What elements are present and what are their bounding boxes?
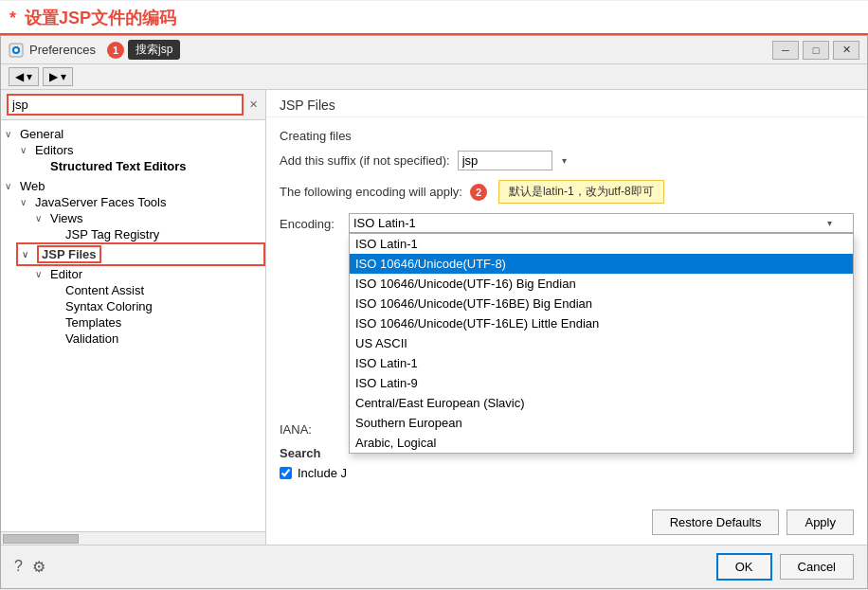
toggle-editor: ∨ [35,269,50,279]
dropdown-option-7[interactable]: ISO Latin-9 [350,373,853,393]
encoding-label: Encoding: [280,213,341,231]
tree-row-validation[interactable]: Validation [46,331,265,347]
tree-children-jsf: ∨ Views JSP Tag Registry [31,210,265,242]
content-action-buttons: Restore Defaults Apply [652,510,854,535]
tree-label-syntax-coloring: Syntax Coloring [65,299,153,313]
tree-children-jsp-files: ∨ Editor Content Assist [31,266,265,347]
forward-icon: ▶ [49,70,58,83]
ok-button[interactable]: OK [716,553,772,581]
toggle-jsf-tools: ∨ [20,197,35,207]
close-button[interactable]: ✕ [833,41,859,60]
dialog-title-area: Preferences 1 搜索jsp [9,40,180,60]
tree-row-jsp-tag-registry[interactable]: JSP Tag Registry [46,226,265,242]
tree-row-structured-text-editors[interactable]: Structured Text Editors [31,158,265,174]
encoding-dropdown-list: ISO Latin-1 ISO 10646/Unicode(UTF-8) ISO… [349,233,854,454]
tree-label-jsp-files: JSP Files [37,245,101,263]
include-label: Include J [298,466,347,480]
tree-row-web[interactable]: ∨ Web [1,178,265,194]
back-dropdown-icon: ▾ [27,70,32,83]
tree-row-syntax-coloring[interactable]: Syntax Coloring [46,298,265,314]
suffix-input[interactable] [458,151,552,170]
dropdown-option-6[interactable]: ISO Latin-1 [350,353,853,373]
tree-children-general: ∨ Editors Structured Text Editors [16,142,265,174]
dropdown-option-5[interactable]: US ASCII [350,333,853,353]
tree-label-jsf-tools: JavaServer Faces Tools [35,195,167,209]
tree-item-web: ∨ Web ∨ JavaServer Faces Tools ∨ [1,176,265,349]
title-star: * [9,9,21,27]
encoding-selected-value: ISO Latin-1 [353,216,416,230]
toggle-views: ∨ [35,213,50,223]
dialog-footer: ? ⚙ OK Cancel [1,545,867,588]
dialog-titlebar: Preferences 1 搜索jsp ─ □ ✕ [1,36,867,64]
tree-label-structured-text-editors: Structured Text Editors [50,159,187,173]
toggle-editors: ∨ [20,145,35,155]
search-badge: 1 [107,42,124,59]
dropdown-option-9[interactable]: Southern European [350,413,853,433]
restore-defaults-button[interactable]: Restore Defaults [652,510,780,535]
content-header: JSP Files [266,90,867,117]
tree-label-editor: Editor [50,267,82,281]
tree-row-general[interactable]: ∨ General [1,126,265,142]
dropdown-option-4[interactable]: ISO 10646/Unicode(UTF-16LE) Little Endia… [350,313,853,333]
encoding-description: The following encoding will apply: [280,185,462,199]
suffix-label: Add this suffix (if not specified): [280,153,450,168]
tree-row-editors[interactable]: ∨ Editors [16,142,265,158]
help-button[interactable]: ? [14,558,23,576]
toggle-jsp-files: ∨ [22,249,37,259]
search-tooltip: 搜索jsp [128,40,180,60]
minimize-button[interactable]: ─ [772,41,799,60]
dropdown-option-3[interactable]: ISO 10646/Unicode(UTF-16BE) Big Endian [350,294,853,313]
encoding-select-button[interactable]: ISO Latin-1 ▾ [349,213,854,233]
dropdown-option-0[interactable]: ISO Latin-1 [350,234,853,254]
apply-button[interactable]: Apply [787,510,854,535]
include-checkbox[interactable] [280,467,292,479]
tree-row-jsp-files[interactable]: ∨ JSP Files [16,242,265,266]
forward-button[interactable]: ▶ ▾ [43,67,73,86]
tree-row-editor[interactable]: ∨ Editor [31,266,265,282]
tree-label-jsp-tag-registry: JSP Tag Registry [65,227,159,241]
content-panel: JSP Files Creating files Add this suffix… [266,90,867,545]
dropdown-arrow-icon: ▾ [827,218,832,228]
search-box-area: ✕ [1,90,265,120]
search-clear-button[interactable]: ✕ [247,98,260,111]
annotation-title-bar: * 设置JSP文件的编码 [0,1,868,35]
navigation-toolbar: ◀ ▾ ▶ ▾ [1,64,867,90]
back-button[interactable]: ◀ ▾ [9,67,39,86]
tree-row-jsf-tools[interactable]: ∨ JavaServer Faces Tools [16,194,265,210]
tree-row-content-assist[interactable]: Content Assist [46,282,265,298]
search-input[interactable] [7,94,244,116]
window-controls: ─ □ ✕ [772,41,859,60]
dropdown-option-8[interactable]: Central/East European (Slavic) [350,393,853,413]
settings-icon-button[interactable]: ⚙ [32,558,45,576]
svg-point-2 [14,48,18,52]
encoding-dropdown-wrapper: ISO Latin-1 ▾ ISO Latin-1 ISO 10646/Unic… [349,213,854,233]
maximize-button[interactable]: □ [803,41,829,60]
dropdown-option-1[interactable]: ISO 10646/Unicode(UTF-8) [350,254,853,274]
tree-row-views[interactable]: ∨ Views [31,210,265,226]
dialog-body: ✕ ∨ General ∨ Editors [1,90,867,545]
tree-children-views: JSP Tag Registry [46,226,265,242]
tree-label-general: General [20,127,63,141]
encoding-row: Encoding: ISO Latin-1 ▾ ISO Latin-1 ISO … [280,213,854,233]
toggle-general: ∨ [5,129,20,139]
dropdown-option-2[interactable]: ISO 10646/Unicode(UTF-16) Big Endian [350,274,853,294]
content-body: Creating files Add this suffix (if not s… [266,117,867,545]
dropdown-option-10[interactable]: Arabic, Logical [350,433,853,453]
annotation-badge-2: 2 [470,184,487,201]
tree-label-views: Views [50,211,82,225]
page-title: * 设置JSP文件的编码 [9,7,176,29]
iana-label: IANA: [280,422,336,437]
tree-row-templates[interactable]: Templates [46,314,265,331]
annotation-tooltip: 默认是latin-1，改为utf-8即可 [498,180,664,204]
sidebar-scrollbar-thumb[interactable] [3,534,79,544]
tree-label-web: Web [20,179,45,193]
creating-files-label: Creating files [280,129,854,143]
cancel-button[interactable]: Cancel [780,554,854,580]
toggle-web: ∨ [5,181,20,191]
tree-children-editor: Content Assist Syntax Coloring Templates [46,282,265,347]
include-checkbox-row: Include J [280,466,854,480]
encoding-description-row: The following encoding will apply: 2 默认是… [280,180,854,204]
sidebar-horizontal-scrollbar[interactable] [1,531,265,545]
forward-dropdown-icon: ▾ [61,70,66,83]
tree-label-templates: Templates [65,315,121,330]
